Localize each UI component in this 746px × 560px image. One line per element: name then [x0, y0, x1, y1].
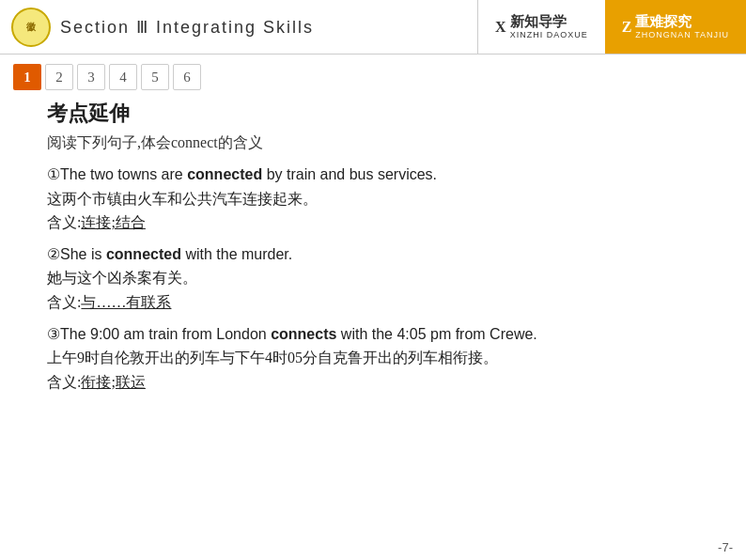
example-1-en-before: The two towns are — [60, 166, 187, 182]
tab-1[interactable]: 1 — [13, 64, 41, 90]
zhongnan-button[interactable]: Z 重难探究 ZHONGNAN TANJIU — [605, 0, 746, 54]
xinzhi-text-block: 新知导学 XINZHI DAOXUE — [510, 13, 588, 40]
example-3-en-before: The 9:00 am train from London — [60, 326, 271, 342]
tab-4[interactable]: 4 — [109, 64, 137, 90]
example-2-en-bold: connected — [106, 246, 181, 262]
example-2-meaning-text: 与……有联系 — [81, 294, 171, 310]
example-3-id: ③ — [47, 326, 60, 342]
tabs-row: 1 2 3 4 5 6 — [0, 54, 746, 96]
example-1-meaning-text: 连接;结合 — [81, 214, 145, 230]
instruction: 阅读下列句子,体会connect的含义 — [47, 133, 723, 153]
example-1: ①The two towns are connected by train an… — [47, 163, 723, 235]
example-1-meaning-label: 含义: — [47, 214, 81, 230]
example-3-meaning: 含义:衔接;联运 — [47, 370, 723, 395]
xinzhi-main-text: 新知导学 — [510, 13, 588, 30]
example-2-meaning: 含义:与……有联系 — [47, 290, 723, 315]
section-title: 考点延伸 — [47, 100, 723, 128]
xinzhi-sub-text: XINZHI DAOXUE — [510, 30, 588, 40]
page-number: -7- — [718, 540, 733, 554]
example-2-en: ②She is connected with the murder. — [47, 242, 723, 267]
example-2-cn: 她与这个凶杀案有关。 — [47, 266, 723, 290]
header-left: 徽 Section Ⅲ Integrating Skills — [0, 8, 477, 47]
example-3-meaning-text: 衔接;联运 — [81, 374, 145, 390]
example-1-en: ①The two towns are connected by train an… — [47, 163, 723, 187]
example-3: ③The 9:00 am train from London connects … — [47, 322, 723, 395]
example-3-en-after: with the 4:05 pm from Crewe. — [336, 326, 536, 342]
example-3-meaning-label: 含义: — [47, 374, 81, 390]
tab-2[interactable]: 2 — [45, 64, 73, 90]
logo: 徽 — [11, 8, 51, 47]
tab-6[interactable]: 6 — [173, 64, 201, 90]
example-1-id: ① — [47, 166, 60, 182]
header-title: Section Ⅲ Integrating Skills — [60, 17, 314, 38]
example-3-en-bold: connects — [271, 326, 336, 342]
zhongnan-main-text: 重难探究 — [635, 13, 729, 30]
header-right: X 新知导学 XINZHI DAOXUE Z 重难探究 ZHONGNAN TAN… — [477, 0, 746, 54]
tab-3[interactable]: 3 — [77, 64, 105, 90]
example-1-en-bold: connected — [187, 166, 262, 182]
example-1-cn: 这两个市镇由火车和公共汽车连接起来。 — [47, 187, 723, 211]
example-2-meaning-label: 含义: — [47, 294, 81, 310]
main-content: 考点延伸 阅读下列句子,体会connect的含义 ①The two towns … — [0, 96, 746, 411]
example-1-meaning: 含义:连接;结合 — [47, 210, 723, 235]
zhongnan-text-block: 重难探究 ZHONGNAN TANJIU — [635, 13, 729, 40]
zhongnan-icon: Z — [622, 19, 632, 36]
example-2-en-before: She is — [60, 246, 106, 262]
zhongnan-sub-text: ZHONGNAN TANJIU — [635, 30, 729, 40]
example-2-en-after: with the murder. — [181, 246, 292, 262]
logo-text: 徽 — [26, 21, 36, 34]
example-2-id: ② — [47, 246, 60, 262]
example-3-en: ③The 9:00 am train from London connects … — [47, 322, 723, 347]
xinzhi-button[interactable]: X 新知导学 XINZHI DAOXUE — [477, 0, 605, 54]
header: 徽 Section Ⅲ Integrating Skills X 新知导学 XI… — [0, 0, 746, 54]
xinzhi-icon: X — [495, 19, 506, 36]
example-2: ②She is connected with the murder. 她与这个凶… — [47, 242, 723, 315]
example-3-cn: 上午9时自伦敦开出的列车与下午4时05分自克鲁开出的列车相衔接。 — [47, 346, 723, 370]
tab-5[interactable]: 5 — [141, 64, 169, 90]
example-1-en-after: by train and bus services. — [262, 166, 437, 182]
